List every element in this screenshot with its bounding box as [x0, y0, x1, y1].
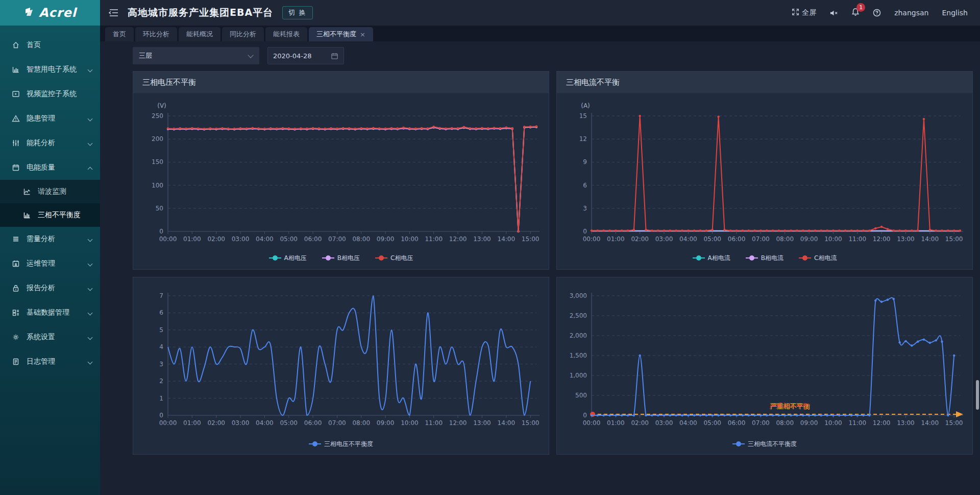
svg-text:13:00: 13:00 [473, 235, 491, 243]
voltage-unbalance-degree-chart: 0123456700:0001:0002:0003:0004:0005:0006… [138, 284, 544, 437]
svg-text:01:00: 01:00 [183, 235, 201, 243]
legend-marker [799, 257, 811, 258]
date-picker[interactable]: 2020-04-28 [267, 47, 344, 64]
svg-text:11:00: 11:00 [425, 235, 443, 243]
svg-text:4: 4 [159, 343, 163, 350]
sidebar-item-label: 电能质量 [27, 163, 88, 172]
legend-marker [309, 443, 321, 444]
svg-text:02:00: 02:00 [631, 419, 649, 427]
floor-select[interactable]: 三层 [133, 47, 259, 64]
tab-环比分析[interactable]: 环比分析 [135, 27, 177, 41]
chevron-down-icon [88, 359, 93, 364]
sidebar-item-5[interactable]: 电能质量 [0, 155, 100, 180]
svg-text:11:00: 11:00 [848, 235, 866, 243]
svg-text:08:00: 08:00 [776, 419, 794, 427]
svg-text:02:00: 02:00 [207, 235, 225, 243]
sidebar-subitem-谐波监测[interactable]: 谐波监测 [0, 180, 100, 203]
base-data-icon [11, 308, 20, 317]
sidebar-item-6[interactable]: 需量分析 [0, 227, 100, 251]
notification-badge: 1 [856, 3, 865, 12]
chart-legend: 三相电流不平衡度 [562, 437, 967, 451]
legend-marker [375, 257, 387, 258]
legend-item-C相电压[interactable]: C相电压 [375, 254, 413, 263]
legend-item-三相电流不平衡度[interactable]: 三相电流不平衡度 [732, 440, 797, 449]
svg-text:15: 15 [579, 112, 587, 120]
legend-item-A相电压[interactable]: A相电压 [269, 254, 307, 263]
log-icon [11, 357, 20, 366]
legend-marker [322, 257, 334, 258]
tab-能耗概况[interactable]: 能耗概况 [179, 27, 220, 41]
chart-legend: A相电压B相电压C相电压 [138, 251, 544, 265]
svg-text:09:00: 09:00 [377, 235, 395, 243]
svg-text:10:00: 10:00 [824, 419, 842, 427]
svg-text:00:00: 00:00 [583, 419, 601, 427]
help-button[interactable] [873, 9, 881, 17]
chevron-down-icon [88, 335, 93, 340]
language-switch[interactable]: English [942, 9, 968, 17]
svg-text:严重相不平衡: 严重相不平衡 [769, 402, 809, 410]
svg-text:500: 500 [575, 392, 587, 399]
switch-button[interactable]: 切 换 [282, 6, 313, 19]
mute-icon[interactable] [829, 9, 838, 17]
svg-text:05:00: 05:00 [280, 419, 298, 427]
svg-text:10:00: 10:00 [401, 235, 419, 243]
legend-item-三相电压不平衡度[interactable]: 三相电压不平衡度 [309, 440, 373, 449]
logo-text: Acrel [39, 6, 77, 20]
svg-text:03:00: 03:00 [655, 235, 673, 243]
svg-text:100: 100 [152, 182, 163, 189]
svg-text:15:00: 15:00 [522, 235, 540, 243]
sidebar-item-9[interactable]: 基础数据管理 [0, 300, 100, 325]
svg-text:07:00: 07:00 [328, 235, 346, 243]
svg-text:05:00: 05:00 [280, 235, 298, 243]
scrollbar-thumb[interactable] [976, 380, 979, 410]
sidebar-item-label: 日志管理 [27, 357, 88, 366]
svg-text:3,000: 3,000 [570, 292, 587, 299]
sidebar-item-7[interactable]: 运维管理 [0, 251, 100, 276]
sidebar-item-label: 系统设置 [27, 333, 88, 342]
legend-marker [732, 443, 745, 444]
tab-同比分析[interactable]: 同比分析 [222, 27, 264, 41]
voltage-unbalance-degree-panel: 0123456700:0001:0002:0003:0004:0005:0006… [133, 277, 549, 455]
smart-electric-icon [11, 65, 20, 74]
legend-item-B相电流[interactable]: B相电流 [746, 254, 783, 263]
legend-item-A相电流[interactable]: A相电流 [693, 254, 730, 263]
sidebar-subitem-三相不平衡度[interactable]: 三相不平衡度 [0, 203, 100, 227]
legend-item-B相电压[interactable]: B相电压 [322, 254, 360, 263]
sidebar-item-8[interactable]: 报告分析 [0, 276, 100, 300]
notifications-button[interactable]: 1 [851, 8, 860, 18]
svg-text:1: 1 [159, 395, 163, 402]
collapse-sidebar-icon[interactable] [108, 7, 119, 18]
main-content: 三层 2020-04-28 三相电压不平衡 05010015020025000:… [100, 41, 980, 495]
tab-首页[interactable]: 首页 [105, 27, 134, 41]
close-icon[interactable]: × [360, 31, 365, 38]
svg-text:07:00: 07:00 [328, 419, 346, 427]
legend-marker [746, 257, 758, 258]
sidebar-item-label: 首页 [27, 40, 93, 50]
panel-title: 三相电流不平衡 [557, 72, 972, 93]
svg-text:1,000: 1,000 [570, 372, 587, 379]
sidebar-submenu: 谐波监测三相不平衡度 [0, 180, 100, 227]
svg-text:03:00: 03:00 [655, 419, 673, 427]
legend-item-C相电流[interactable]: C相电流 [799, 254, 837, 263]
sidebar-item-3[interactable]: 隐患管理 [0, 106, 100, 131]
svg-text:2,000: 2,000 [570, 332, 587, 339]
energy-analysis-icon [11, 138, 20, 148]
svg-text:02:00: 02:00 [207, 419, 225, 427]
tab-能耗报表[interactable]: 能耗报表 [265, 27, 307, 41]
svg-text:14:00: 14:00 [498, 235, 516, 243]
user-name[interactable]: zhangsan [894, 9, 928, 17]
sidebar-item-11[interactable]: 日志管理 [0, 349, 100, 374]
settings-icon [11, 333, 20, 342]
voltage-unbalance-panel: 三相电压不平衡 05010015020025000:0001:0002:0003… [133, 71, 549, 270]
fullscreen-button[interactable]: 全屏 [792, 8, 816, 17]
svg-text:14:00: 14:00 [498, 419, 516, 427]
sidebar-item-0[interactable]: 首页 [0, 33, 100, 57]
sidebar-item-2[interactable]: 视频监控子系统 [0, 82, 100, 106]
sidebar-item-10[interactable]: 系统设置 [0, 325, 100, 349]
svg-text:13:00: 13:00 [897, 419, 915, 427]
svg-text:0: 0 [159, 228, 163, 235]
sidebar-item-4[interactable]: 能耗分析 [0, 131, 100, 155]
sidebar-item-1[interactable]: 智慧用电子系统 [0, 57, 100, 82]
svg-text:08:00: 08:00 [352, 235, 370, 243]
tab-三相不平衡度[interactable]: 三相不平衡度× [309, 27, 373, 41]
